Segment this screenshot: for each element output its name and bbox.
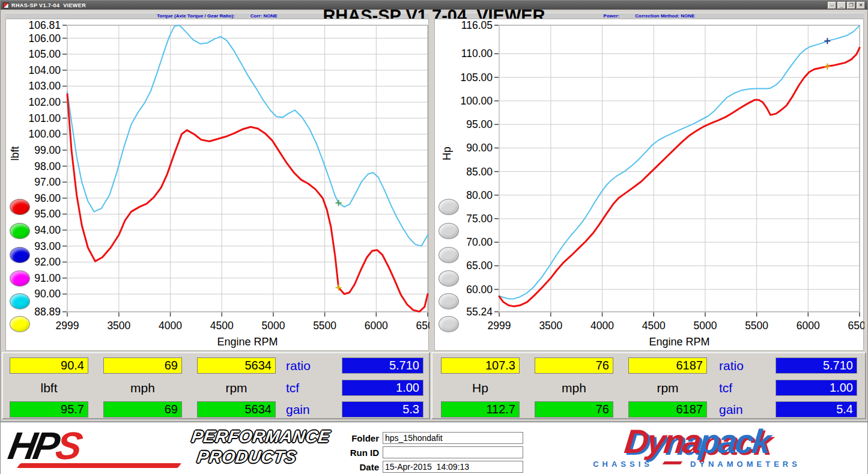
y-tick-label: 92.00 [34, 256, 61, 268]
folder-label: Folder [335, 433, 379, 443]
hps-tagline-products: PRODUCTS [196, 447, 329, 467]
run-rpm-box: 6187 [628, 401, 707, 418]
run-id-input[interactable] [383, 446, 523, 458]
y-tick-label: 70.00 [466, 236, 493, 248]
legend-swatch-3[interactable] [10, 247, 30, 263]
curve-run2-power [499, 25, 860, 299]
ratio-label: ratio [286, 357, 340, 374]
ratio-value-box[interactable]: 5.710 [775, 357, 857, 374]
legend-swatch-6[interactable] [439, 316, 459, 332]
legend-swatch-3[interactable] [439, 247, 459, 263]
restore-button[interactable]: ❐ [847, 2, 855, 9]
gain-value-box[interactable]: 5.4 [775, 401, 857, 418]
dynapack-dash [663, 461, 683, 464]
footer: HPS PERFORMANCE PRODUCTS Folder Run ID D… [1, 421, 867, 474]
dynapack-wordmark: Dynapack [529, 424, 865, 460]
plot-border [67, 25, 428, 312]
y-tick-label: 85.00 [466, 166, 493, 178]
x-tick-label: 6000 [365, 320, 388, 332]
hps-hp-text: HP [5, 424, 61, 467]
legend-swatch-4[interactable] [10, 270, 30, 287]
cursor-rpm-box: 5634 [197, 357, 276, 374]
tcf-value-box[interactable]: 1.00 [342, 380, 423, 396]
unit-label-lbft: lbft [10, 380, 88, 396]
legend-swatch-6[interactable] [10, 316, 30, 332]
legend-swatch-1[interactable] [10, 199, 30, 215]
y-tick-label: 97.00 [34, 176, 61, 188]
readout-area: 90.4 69 5634 ratio 5.710 lbft mph rpm tc… [1, 351, 867, 421]
legend-swatch-1[interactable] [439, 199, 459, 215]
y-tick-label: 95.00 [34, 208, 61, 220]
titlebar-title: RHAS-SP V1.7-04 VIEWER [11, 2, 86, 8]
folder-input[interactable] [383, 432, 523, 444]
y-tick-label: 55.24 [466, 306, 493, 318]
hps-tagline-performance: PERFORMANCE [190, 427, 332, 447]
y-tick-label: 102.00 [28, 96, 61, 108]
y-tick-label: 116.05 [461, 19, 493, 31]
legend-swatch-2[interactable] [10, 223, 30, 239]
cursor-value-box: 107.3 [441, 357, 520, 374]
tcf-value-box[interactable]: 1.00 [775, 380, 857, 396]
gain-label: gain [719, 401, 773, 418]
run-speed-box: 76 [535, 401, 613, 418]
close-button[interactable]: ✕ [857, 2, 865, 9]
x-tick-label: 6500 [848, 320, 864, 332]
x-tick-label: 5000 [261, 320, 285, 332]
x-tick-label: 3500 [539, 320, 562, 332]
run-id-label: Run ID [335, 448, 379, 458]
y-tick-label: 100.00 [460, 95, 493, 107]
y-tick-label: 93.00 [34, 240, 61, 252]
legend-swatch-4[interactable] [439, 270, 459, 287]
legend-swatch-5[interactable] [10, 293, 30, 309]
y-tick-label: 101.00 [28, 112, 61, 124]
x-tick-label: 5500 [313, 320, 336, 332]
y-tick-label: 80.00 [466, 189, 493, 201]
minimize-button[interactable]: _ [837, 2, 846, 9]
power-chart[interactable]: 116.05110.00105.00100.0095.0090.0085.008… [435, 19, 864, 351]
torque-chart[interactable]: 106.81106.00105.00104.00103.00102.00101.… [6, 19, 429, 351]
cursor-speed-box: 69 [103, 357, 182, 374]
y-tick-label: 65.00 [466, 260, 493, 272]
window-controls: ↔ _ ❐ ✕ [828, 2, 865, 9]
y-tick-label: 90.00 [34, 288, 61, 300]
y-tick-label: 106.81 [28, 19, 61, 31]
y-tick-label: 95.00 [466, 118, 493, 130]
y-tick-label: 90.00 [466, 142, 493, 154]
run-info-fields: Folder Run ID Date [335, 432, 523, 474]
tcf-label: tcf [719, 380, 773, 396]
y-tick-label: 94.00 [34, 224, 61, 236]
x-tick-label: 6500 [416, 320, 429, 332]
folder-row: Folder [335, 432, 523, 444]
x-tick-label: 3500 [107, 320, 130, 332]
x-tick-label: 2999 [488, 320, 511, 332]
legend-swatch-2[interactable] [439, 223, 459, 239]
curve-run1-power [499, 47, 860, 306]
torque-chart-panel: 106.81106.00105.00104.00103.00102.00101.… [5, 19, 429, 351]
gain-value-box[interactable]: 5.3 [342, 401, 423, 418]
x-axis-title: Engine RPM [649, 336, 709, 348]
cursor-speed-box: 76 [535, 357, 613, 374]
y-axis-title: lbft [9, 146, 21, 160]
y-tick-label: 100.00 [28, 128, 61, 140]
date-input[interactable] [383, 461, 523, 473]
resize-button[interactable]: ↔ [828, 2, 836, 9]
run-value-box: 112.7 [441, 401, 520, 418]
app-icon [3, 2, 9, 8]
power-chart-panel: 116.05110.00105.00100.0095.0090.0085.008… [434, 19, 864, 351]
ratio-value-box[interactable]: 5.710 [342, 357, 423, 374]
tcf-label: tcf [286, 380, 340, 396]
y-tick-label: 105.00 [460, 71, 493, 84]
hps-wordmark: HPS [5, 424, 83, 468]
date-row: Date [335, 461, 523, 473]
hps-swoosh [17, 463, 181, 468]
dynapack-logo: Dynapack CHASSIS DYNAMOMETERS [530, 424, 863, 469]
legend-swatch-5[interactable] [439, 293, 459, 309]
x-tick-label: 2999 [56, 320, 79, 332]
window-heading: RHAS-SP V1.7-04 VIEWER [1, 10, 867, 19]
cursor-rpm-box: 6187 [628, 357, 707, 374]
power-readout-panel: 107.3 76 6187 ratio 5.710 Hp mph rpm tcf… [431, 352, 866, 419]
y-tick-label: 98.00 [34, 160, 61, 172]
run-speed-box: 69 [103, 401, 182, 418]
y-tick-label: 75.00 [466, 213, 493, 225]
hps-tagline: PERFORMANCE PRODUCTS [187, 427, 332, 467]
